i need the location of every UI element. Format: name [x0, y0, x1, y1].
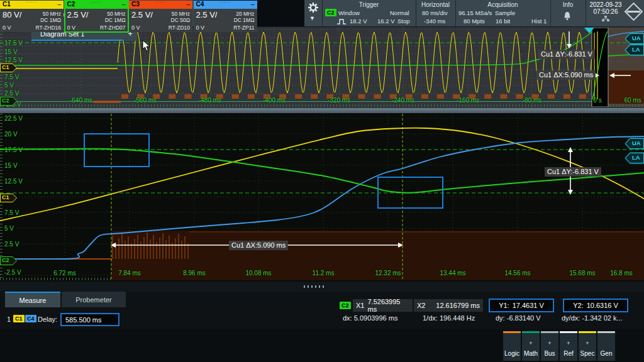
channel-block-C4[interactable]: C4·····‒2.5 V/20 MHzDC 1MΩRT-ZP110 V: [194, 1, 257, 32]
channel-block-C1[interactable]: C1·····‒80 V/50 MHzDC 1MΩRT-ZHD160 V: [0, 1, 64, 32]
upper-y-label: 5 V: [4, 82, 14, 89]
lower-y-label: -2.5 V: [4, 269, 21, 276]
upper-x-label: 0 s: [593, 97, 601, 104]
cursor-readout-x2[interactable]: X212.616799 ms: [414, 299, 483, 312]
minimize-channel-C3[interactable]: ‒: [186, 1, 190, 8]
upper-trigger-level-tag-UA[interactable]: UA: [625, 33, 644, 44]
lower-x-label: 13.44 ms: [440, 270, 465, 277]
cursor-dy-label-lower: Cu1 ΔY:-6.831 V: [545, 167, 601, 177]
chevron-down-icon[interactable]: ▼: [309, 15, 315, 21]
channel-scale: 80 V/: [3, 10, 21, 19]
upper-channel-marker-C2[interactable]: C2: [0, 97, 17, 106]
footer-button-bus[interactable]: +Bus: [541, 331, 558, 361]
lower-y-label: 12.5 V: [4, 178, 23, 185]
tab-probemeter[interactable]: Probemeter: [62, 292, 126, 307]
lower-x-label: 6.72 ms: [53, 270, 76, 277]
horizontal-scrollbar[interactable]: [0, 281, 644, 292]
footer-button-spec[interactable]: +Spec: [579, 331, 596, 361]
acq-sample-rate: 96.15 MSa/s: [458, 9, 492, 16]
channel-block-C3[interactable]: C3·····‒2.5 V/50 MHzDC 50ΩRT-ZD100 V: [129, 1, 192, 32]
cursor-calc-dx: dx: 5.0903996 ms: [343, 314, 397, 322]
channel-scale: 2.5 V/: [67, 10, 89, 19]
trigger-mode[interactable]: Normal: [390, 9, 409, 16]
footer-button-gen[interactable]: Gen: [597, 331, 615, 361]
upper-x-label: -80 ms: [523, 97, 542, 104]
channel-scale: 2.5 V/: [131, 10, 153, 19]
tab-measure[interactable]: Measure: [5, 292, 60, 307]
lower-channel-marker-C1[interactable]: C1: [0, 194, 17, 202]
diagram-splitter[interactable]: [0, 108, 644, 113]
clock: 2022-09-23 07:50:26: [587, 1, 625, 23]
upper-y-label: 17.5 V: [4, 40, 23, 47]
time: 07:50:26: [587, 8, 625, 15]
trigger-upper-level[interactable]: 18.2 V: [350, 18, 367, 25]
lower-x-label: 14.56 ms: [504, 270, 530, 277]
upper-x-label: 60 ms: [624, 97, 641, 104]
horizontal-position[interactable]: -340 ms: [424, 18, 445, 25]
acq-record-length: 80 Mpts: [464, 18, 485, 25]
cursor-calc-dy: dy: -6.83140 V: [496, 314, 541, 322]
lower-x-label: 7.84 ms: [118, 270, 141, 277]
acq-mode[interactable]: Sample: [495, 9, 515, 16]
minimize-channel-C1[interactable]: ‒: [57, 1, 61, 8]
cursor-calc-dydx: dy/dx: -1.342 02 k...: [562, 314, 623, 322]
cursor-readout-y2[interactable]: Y2:10.6316 V: [563, 299, 628, 312]
upper-x-ruler: [0, 104, 644, 107]
network-icon: [601, 16, 610, 22]
cursor-readout-x1[interactable]: X17.5263995 ms: [353, 299, 413, 312]
zoom-area-box-2[interactable]: [377, 177, 443, 209]
measure-value-box[interactable]: 585.500 ms: [60, 313, 119, 326]
lower-channel-marker-C2[interactable]: C2: [0, 256, 17, 265]
lower-x-ruler: [0, 278, 644, 280]
zoom-area-box-1[interactable]: [84, 133, 150, 167]
upper-x-label: -320 ms: [328, 97, 350, 104]
info-section-title[interactable]: Info: [550, 1, 586, 8]
upper-x-label: -640 ms: [70, 97, 92, 104]
trigger-type[interactable]: Window: [338, 9, 360, 16]
lower-y-label: 15 V: [4, 162, 18, 169]
lower-y-label: 5 V: [4, 225, 14, 232]
upper-x-label: -560 ms: [134, 97, 157, 104]
minimize-channel-C2[interactable]: ‒: [122, 1, 126, 8]
measure-src2-badge: C4: [25, 315, 36, 322]
lower-y-label: 22.5 V: [4, 115, 23, 122]
upper-y-label: 12.5 V: [4, 57, 23, 63]
date: 2022-09-23: [587, 1, 625, 8]
channel-scale: 2.5 V/: [196, 10, 218, 19]
lower-trigger-level-tag-LA[interactable]: LA: [625, 153, 644, 163]
minimize-channel-C4[interactable]: ‒: [251, 1, 255, 8]
measure-name: Delay:: [38, 315, 57, 323]
footer-button-logic[interactable]: Logic: [503, 331, 521, 361]
lower-y-label: 2.5 V: [4, 241, 19, 248]
upper-y-label: 15 V: [4, 48, 18, 55]
upper-channel-marker-C1[interactable]: C1: [0, 63, 17, 72]
upper-x-label: -480 ms: [199, 97, 221, 104]
upper-y-label: 7.5 V: [4, 74, 19, 80]
acq-resolution: 16 bit: [496, 18, 510, 25]
trigger-lower-level[interactable]: 16.2 V: [377, 18, 394, 25]
acquisition-section-title[interactable]: Acquisition: [455, 1, 550, 8]
trigger-section-title[interactable]: Trigger: [322, 1, 416, 8]
mouse-cursor: [142, 40, 151, 52]
scrollbar-grip[interactable]: [304, 285, 325, 288]
lower-y-label: 20 V: [4, 131, 18, 138]
trigger-source-badge[interactable]: C2: [325, 9, 336, 16]
lower-y-label: 7.5 V: [4, 209, 19, 216]
footer-button-ref[interactable]: +Ref: [560, 331, 577, 361]
bell-icon[interactable]: [562, 11, 572, 22]
lower-x-label: 12.32 ms: [375, 270, 401, 277]
horizontal-section-title[interactable]: Horizontal: [416, 1, 455, 8]
horizontal-scale[interactable]: 80 ms/div: [422, 9, 448, 16]
acq-history[interactable]: Hist 1: [531, 18, 547, 25]
footer-button-math[interactable]: +Math: [522, 331, 540, 361]
upper-trigger-level-tag-LA[interactable]: LA: [625, 45, 644, 55]
upper-x-label: -160 ms: [457, 97, 479, 104]
upper-x-label: -400 ms: [263, 97, 286, 104]
gear-icon[interactable]: [308, 2, 319, 13]
cursor-readout-y1[interactable]: Y1:17.4631 V: [489, 299, 554, 312]
channel-block-C2[interactable]: C2·····‒2.5 V/50 MHzDC 1MΩRT-ZHD070 V: [65, 1, 128, 32]
lower-trigger-level-tag-UA[interactable]: UA: [625, 138, 644, 149]
cursor-source-badge[interactable]: C2: [340, 302, 351, 309]
window-trigger-icon: [336, 18, 347, 25]
upper-y-label: 2.5 V: [4, 90, 19, 97]
